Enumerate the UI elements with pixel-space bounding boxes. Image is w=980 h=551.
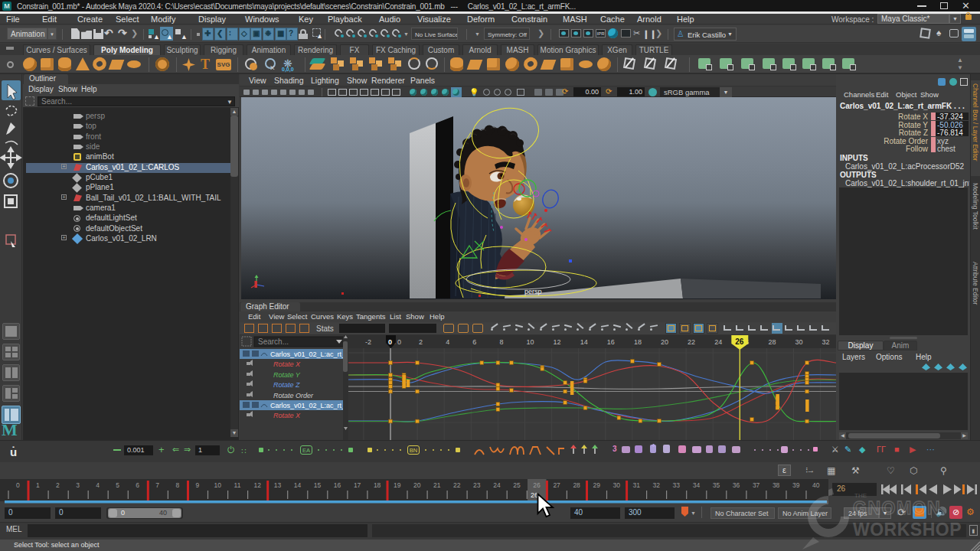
svg-text:30: 30 <box>795 338 803 346</box>
svg-text:21: 21 <box>433 481 441 489</box>
svg-text:Search...: Search... <box>258 337 289 346</box>
svg-text:0: 0 <box>388 338 392 346</box>
svg-text:16: 16 <box>607 338 615 346</box>
svg-text:4: 4 <box>96 481 100 489</box>
svg-text:9: 9 <box>196 481 200 489</box>
svg-text:30: 30 <box>613 481 621 489</box>
svg-text:4: 4 <box>446 338 449 346</box>
svg-text:10: 10 <box>527 338 534 346</box>
svg-text:17: 17 <box>354 481 361 489</box>
svg-text:31: 31 <box>633 481 641 489</box>
svg-text:22: 22 <box>453 481 461 489</box>
svg-text:11: 11 <box>234 481 241 489</box>
svg-text:20: 20 <box>413 481 421 489</box>
svg-text:38: 38 <box>773 481 780 489</box>
svg-text:0: 0 <box>16 481 20 489</box>
svg-text:10: 10 <box>214 481 222 489</box>
svg-text:35: 35 <box>713 481 720 489</box>
svg-text:28: 28 <box>573 481 580 489</box>
svg-text:Rotate Z: Rotate Z <box>273 381 300 389</box>
svg-text:24: 24 <box>493 481 501 489</box>
svg-text:Rotate X: Rotate X <box>273 360 301 368</box>
svg-text:26: 26 <box>735 337 744 346</box>
svg-text:3: 3 <box>76 481 80 489</box>
svg-text:22: 22 <box>688 338 695 346</box>
svg-text:8: 8 <box>175 481 179 489</box>
svg-text:34: 34 <box>693 481 701 489</box>
svg-text:19: 19 <box>394 481 401 489</box>
svg-text:Rotate Y: Rotate Y <box>273 371 301 379</box>
svg-text:14: 14 <box>294 481 302 489</box>
svg-text:8: 8 <box>499 338 503 346</box>
svg-text:26: 26 <box>533 481 541 489</box>
svg-text:28: 28 <box>768 338 776 346</box>
svg-text:2: 2 <box>419 338 423 346</box>
svg-text:5: 5 <box>116 481 119 489</box>
svg-text:7: 7 <box>155 481 159 489</box>
svg-text:24: 24 <box>714 338 722 346</box>
svg-text:WORKSHOP: WORKSHOP <box>853 520 962 540</box>
svg-text:Rotate X: Rotate X <box>273 412 301 419</box>
svg-text:6: 6 <box>472 338 476 346</box>
svg-text:36: 36 <box>733 481 740 489</box>
svg-text:6: 6 <box>136 481 139 489</box>
svg-text:37: 37 <box>753 481 760 489</box>
svg-text:2: 2 <box>56 481 60 489</box>
svg-text:23: 23 <box>473 481 481 489</box>
svg-text:14: 14 <box>580 338 588 346</box>
svg-text:persp: persp <box>524 288 542 295</box>
svg-text:18: 18 <box>634 338 642 346</box>
svg-text:Rotate Order: Rotate Order <box>273 392 314 399</box>
svg-text:0: 0 <box>397 338 401 346</box>
svg-text:32: 32 <box>822 338 830 346</box>
svg-text:27: 27 <box>553 481 560 489</box>
svg-text:12: 12 <box>554 338 561 346</box>
svg-text:1: 1 <box>36 481 40 489</box>
svg-text:20: 20 <box>661 338 668 346</box>
svg-text:33: 33 <box>673 481 681 489</box>
svg-text:18: 18 <box>374 481 381 489</box>
svg-text:25: 25 <box>513 481 521 489</box>
svg-text:29: 29 <box>593 481 601 489</box>
svg-text:15: 15 <box>314 481 322 489</box>
svg-text:13: 13 <box>274 481 282 489</box>
svg-text:GNOMON: GNOMON <box>853 498 941 518</box>
svg-text:16: 16 <box>334 481 341 489</box>
svg-text:32: 32 <box>653 481 661 489</box>
svg-text:12: 12 <box>254 481 262 489</box>
svg-text:-2: -2 <box>365 338 371 346</box>
